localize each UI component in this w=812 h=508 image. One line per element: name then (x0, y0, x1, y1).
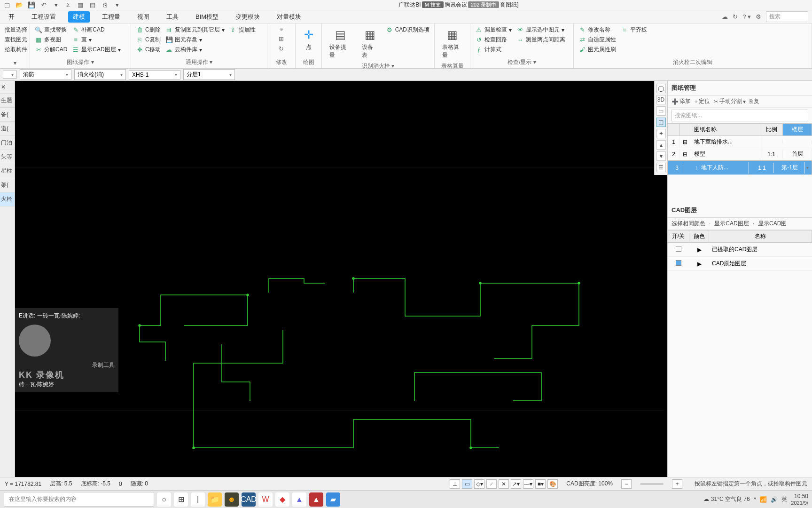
extract-attr[interactable]: ⇪提属性 (228, 25, 257, 34)
decompose-cad[interactable]: ✂分解CAD (34, 45, 68, 54)
tray-icon[interactable]: 🔊 (771, 496, 778, 503)
view-orbit[interactable]: ◯ (656, 84, 666, 93)
weather[interactable]: ☁ 31°C 空气良 76 (703, 495, 750, 503)
add-drawing[interactable]: ➕ 添加 (671, 97, 691, 105)
tab-start[interactable]: 开 (4, 11, 19, 23)
locate-drawing[interactable]: ⌖ 定位 (695, 97, 710, 105)
refresh-icon[interactable]: ↻ (733, 13, 738, 20)
check-loop[interactable]: ↺检查回路 (474, 35, 513, 44)
view-top[interactable]: ▭ (656, 106, 666, 116)
attr-brush[interactable]: 🖌图元属性刷 (578, 45, 617, 54)
view-front[interactable]: ◫ (656, 118, 666, 127)
modify-icon-1[interactable]: ⟐ (280, 25, 283, 32)
ribbon-group-check[interactable]: 检查/显示 ▾ (474, 57, 570, 66)
tab-view[interactable]: 视图 (133, 11, 154, 23)
task-cad[interactable]: CAD (242, 492, 256, 507)
show-cad-layer[interactable]: ☰显示CAD图层 ▾ (71, 45, 121, 54)
task-wps[interactable]: W (258, 492, 273, 507)
task-app3[interactable]: ▲ (292, 492, 306, 507)
table-row-selected[interactable]: 3 地下人防... 1:1 第-1层 (668, 160, 812, 175)
tab-tools[interactable]: 工具 (162, 11, 183, 23)
snap-9[interactable]: 🎨 (547, 479, 558, 489)
snap-3[interactable]: ◇▾ (474, 479, 484, 489)
device-table[interactable]: ▦ 设备表 (358, 25, 382, 61)
bright-slider[interactable] (640, 483, 664, 485)
ribbon-group-drawing[interactable]: 图纸操作 ▾ (34, 57, 127, 66)
leak-check[interactable]: ⚠漏量检查 ▾ (474, 25, 513, 34)
canvas[interactable]: ◯ 3D ▭ ◫ ✦ ▴ ▾ ☰ E讲话: 一砖一瓦-陈婉婷; 录制工具 KK … (15, 81, 667, 477)
col-name[interactable]: 图纸名称 (691, 124, 760, 135)
clock[interactable]: 10:502021/9/ (791, 493, 808, 506)
left-category-tree[interactable]: ✕ 生题 备( 道( 门泊 头等 星柱 架( 火栓 (0, 81, 15, 477)
lp-item[interactable]: 备( (0, 108, 15, 122)
show-cad-fig[interactable]: 显示CAD图 (758, 220, 787, 228)
align-slab[interactable]: ≡平齐板 (620, 25, 648, 34)
sel-type[interactable]: XHS-1 (129, 70, 180, 79)
bright-plus[interactable]: + (672, 479, 682, 489)
new-icon[interactable]: ▢ (3, 1, 11, 9)
device-quantity[interactable]: ▤ 设备提量 (326, 25, 355, 61)
layer-row[interactable]: ▶ 已提取的CAD图层 (668, 243, 812, 257)
ribbon-group-general[interactable]: 通用操作 ▾ (135, 57, 263, 66)
sel-discipline[interactable]: 消防 (20, 69, 71, 80)
lp-hydrant[interactable]: 火栓 (0, 192, 15, 206)
sel-category[interactable]: 消火栓(消) (74, 69, 126, 80)
lp-close[interactable]: ✕ (0, 81, 15, 94)
save-icon[interactable]: 💾 (27, 1, 36, 9)
c-delete[interactable]: 🗑C删除 (135, 25, 162, 34)
split-drawing[interactable]: ✂ 手动分割 ▾ (714, 97, 746, 105)
help-icon[interactable]: ? ▾ (742, 13, 751, 20)
snap-7[interactable]: —▾ (523, 479, 533, 489)
task-explorer[interactable]: 📁 (208, 492, 222, 507)
export-icon[interactable]: ⎘ (101, 1, 109, 9)
cloud-lib[interactable]: ☁云构件库 ▾ (164, 45, 226, 54)
cloud-icon[interactable]: ☁ (722, 13, 728, 20)
modify-icon-3[interactable]: ↻ (279, 45, 284, 52)
undo-icon[interactable]: ↶ (39, 1, 48, 9)
lp-item[interactable]: 星柱 (0, 164, 15, 178)
task-app2[interactable]: ◆ (275, 492, 289, 507)
snap-2[interactable]: ▭ (462, 479, 472, 489)
col-floor[interactable]: 楼层 (783, 124, 812, 135)
task-app5[interactable]: ▰ (326, 492, 340, 507)
tab-modeling[interactable]: 建模 (68, 11, 90, 23)
tab-compare[interactable]: 对量模块 (272, 11, 306, 23)
open-icon[interactable]: 📂 (15, 1, 23, 9)
calc-expr[interactable]: ƒ计算式 (474, 45, 513, 54)
snap-6[interactable]: ↗▾ (511, 479, 521, 489)
batch-select[interactable]: 批量选择 (4, 25, 26, 34)
tray-icon[interactable]: ^ (754, 496, 757, 503)
view-compass[interactable]: ✦ (656, 129, 666, 138)
view-down[interactable]: ▾ (656, 151, 666, 161)
straight[interactable]: ≡直 ▾ (71, 35, 121, 44)
task-cortana[interactable]: ○ (157, 492, 171, 507)
layer-checkbox[interactable] (676, 260, 681, 266)
table-calc[interactable]: ▦ 表格算量 (438, 25, 466, 61)
save-element[interactable]: 💾图元存盘 ▾ (164, 35, 226, 44)
sel-0[interactable] (3, 71, 17, 79)
snap-5[interactable]: ✕ (499, 479, 509, 489)
tab-change[interactable]: 变更模块 (231, 11, 265, 23)
copy-to-layer[interactable]: ⇉复制图元到其它层 ▾ (164, 25, 226, 34)
windows-search[interactable]: 在这里输入你要搜索的内容 (4, 492, 154, 507)
multi-view[interactable]: ▦多视图 (34, 35, 68, 44)
rename[interactable]: ✎修改名称 (578, 25, 617, 34)
find-element[interactable]: 查找图元 (4, 35, 26, 44)
snap-8[interactable]: ■▾ (535, 479, 546, 489)
show-cad-layer[interactable]: 显示CAD图层 (714, 220, 749, 228)
draw-cad[interactable]: ✎补画CAD (71, 25, 121, 34)
bright-minus[interactable]: − (621, 479, 632, 489)
lp-item[interactable]: 生题 (0, 94, 15, 108)
copy-drawing[interactable]: ⎘ 复 (750, 97, 759, 105)
point-tool[interactable]: ✛ 点 (297, 25, 320, 53)
sel-layer[interactable]: 分层1 (183, 69, 235, 80)
col-scale[interactable]: 比例 (760, 124, 783, 135)
table-row[interactable]: 1⊟ 地下室给排水... (668, 136, 812, 148)
c-copy[interactable]: ⎘C复制 (135, 35, 162, 44)
sum-icon[interactable]: Σ (64, 1, 72, 9)
drawing-search[interactable]: 搜索图纸... (671, 110, 808, 121)
task-app1[interactable]: ☻ (225, 492, 239, 507)
find-replace[interactable]: 🔍查找替换 (34, 25, 68, 34)
measure-dist[interactable]: ↔测量两点间距离 (515, 35, 566, 44)
adaptive-attr[interactable]: ⇄自适应属性 (578, 35, 617, 44)
